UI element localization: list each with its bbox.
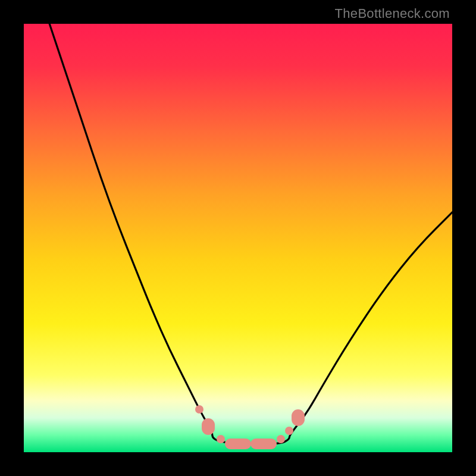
data-marker: [195, 405, 203, 414]
data-marker: [277, 435, 285, 443]
watermark-text: TheBottleneck.com: [335, 6, 450, 21]
data-marker: [202, 418, 215, 435]
data-marker: [250, 439, 277, 449]
data-marker: [217, 435, 225, 443]
chart-frame: TheBottleneck.com: [0, 0, 476, 476]
bottleneck-curve: [24, 24, 452, 452]
data-marker: [285, 427, 293, 435]
data-marker: [292, 409, 305, 426]
data-marker: [225, 439, 251, 449]
plot-area: [24, 24, 452, 452]
